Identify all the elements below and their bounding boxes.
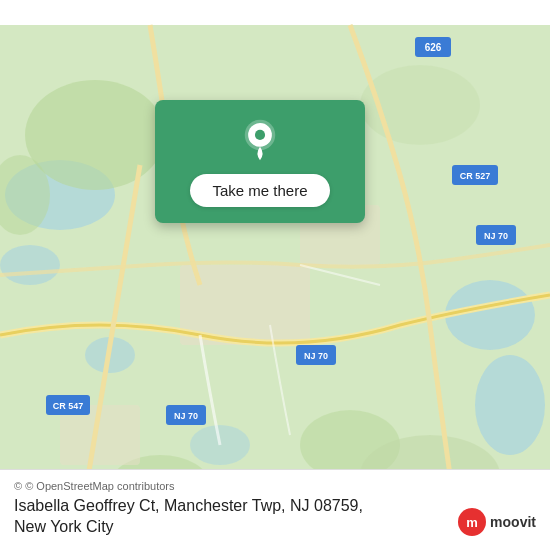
copyright-symbol: © [14, 480, 22, 492]
moovit-logo: m moovit [458, 508, 536, 536]
take-me-there-button[interactable]: Take me there [190, 174, 329, 207]
location-line1: Isabella Geoffrey Ct, Manchester Twp, NJ… [14, 497, 363, 514]
svg-text:626: 626 [425, 42, 442, 53]
map-container[interactable]: 626 CR 527 NJ 70 NJ 70 NJ 70 CR 547 Take… [0, 0, 550, 550]
moovit-icon: m [458, 508, 486, 536]
map-pin-icon [238, 118, 282, 162]
svg-text:NJ 70: NJ 70 [484, 231, 508, 241]
svg-text:NJ 70: NJ 70 [174, 411, 198, 421]
svg-text:CR 547: CR 547 [53, 401, 84, 411]
svg-point-7 [25, 80, 165, 190]
location-card: Take me there [155, 100, 365, 223]
svg-point-4 [475, 355, 545, 455]
location-line2: New York City [14, 518, 114, 535]
attribution-text: © OpenStreetMap contributors [25, 480, 174, 492]
svg-text:m: m [466, 515, 478, 530]
bottom-bar: © © OpenStreetMap contributors Isabella … [0, 469, 550, 550]
map-attribution: © © OpenStreetMap contributors [14, 480, 536, 492]
svg-point-2 [0, 245, 60, 285]
svg-text:CR 527: CR 527 [460, 171, 491, 181]
svg-point-30 [255, 130, 265, 140]
moovit-text: moovit [490, 514, 536, 530]
map-background: 626 CR 527 NJ 70 NJ 70 NJ 70 CR 547 [0, 0, 550, 550]
svg-text:NJ 70: NJ 70 [304, 351, 328, 361]
